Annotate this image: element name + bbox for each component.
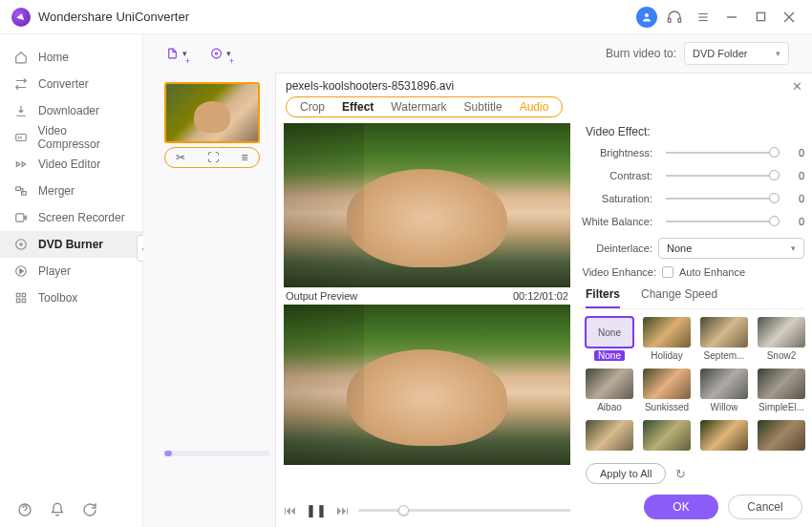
brightness-slider[interactable]: Brightness: 0 [580, 144, 804, 161]
svg-point-14 [16, 240, 27, 250]
user-avatar[interactable] [636, 7, 657, 28]
svg-point-22 [212, 49, 222, 58]
effect-dialog: pexels-koolshooters-8531896.avi ✕ Crop E… [275, 73, 812, 527]
filter-item[interactable] [700, 420, 748, 453]
sidebar-item-merger[interactable]: Merger [0, 178, 142, 204]
preview-label: Output Preview [286, 290, 357, 302]
sidebar-item-player[interactable]: Player [0, 258, 142, 285]
sidebar-label: Player [38, 264, 71, 278]
sidebar-label: Video Editor [38, 158, 100, 171]
more-icon[interactable]: ≡ [241, 151, 247, 164]
tab-audio[interactable]: Audio [520, 100, 549, 114]
sidebar-label: DVD Burner [38, 238, 103, 251]
svg-point-23 [215, 53, 217, 54]
subtab-filters[interactable]: Filters [586, 287, 620, 308]
minimize-button[interactable] [720, 6, 743, 29]
download-icon [13, 103, 29, 118]
sidebar-item-compressor[interactable]: Video Compressor [0, 124, 142, 151]
deinterlace-row: Deinterlace: None▾ [580, 238, 804, 259]
trim-icon[interactable]: ✂ [176, 151, 185, 164]
svg-rect-7 [757, 12, 764, 20]
dialog-footer: OK Cancel [644, 495, 802, 519]
subtab-speed[interactable]: Change Speed [641, 287, 717, 308]
cancel-button[interactable]: Cancel [728, 495, 802, 519]
filter-september[interactable]: Septem... [700, 317, 748, 361]
burn-target-select[interactable]: DVD Folder▾ [684, 42, 789, 65]
merger-icon [13, 183, 29, 199]
filter-willow[interactable]: Willow [700, 369, 748, 412]
reset-icon[interactable]: ↻ [675, 467, 686, 481]
contrast-slider[interactable]: Contrast: 0 [580, 167, 804, 184]
pause-button[interactable]: ❚❚ [306, 503, 327, 517]
sidebar-item-home[interactable]: Home [0, 44, 142, 71]
tab-effect[interactable]: Effect [342, 100, 374, 114]
sidebar-item-toolbox[interactable]: Toolbox [0, 285, 142, 311]
filter-sunkissed[interactable]: Sunkissed [643, 369, 691, 412]
sidebar-label: Home [38, 51, 69, 64]
filter-item[interactable] [643, 420, 691, 453]
tab-watermark[interactable]: Watermark [391, 100, 446, 114]
video-thumbnail [164, 82, 260, 143]
filter-simpleel[interactable]: SimpleEl... [758, 369, 805, 412]
auto-enhance-checkbox[interactable] [662, 266, 673, 278]
add-disc-button[interactable]: +▾ [210, 43, 231, 64]
sidebar-label: Converter [38, 77, 89, 91]
svg-rect-1 [668, 18, 671, 22]
add-file-button[interactable]: +▾ [166, 43, 187, 64]
filter-item[interactable] [586, 420, 633, 453]
sidebar-item-dvd-burner[interactable]: DVD Burner [0, 231, 142, 258]
help-icon[interactable] [17, 502, 32, 517]
sidebar-item-downloader[interactable]: Downloader [0, 97, 142, 124]
deinterlace-select[interactable]: None▾ [658, 238, 804, 259]
effect-panel: Video Effect: Brightness: 0 Contrast: 0 … [580, 117, 804, 479]
tab-subtitle[interactable]: Subtitle [464, 100, 502, 114]
preview-original [284, 123, 570, 287]
effect-section-title: Video Effect: [586, 125, 804, 138]
filter-snow2[interactable]: Snow2 [758, 317, 805, 361]
svg-rect-2 [678, 18, 681, 22]
dialog-close-button[interactable]: ✕ [792, 79, 802, 94]
svg-rect-13 [16, 214, 24, 221]
saturation-slider[interactable]: Saturation: 0 [580, 190, 804, 207]
tab-crop[interactable]: Crop [300, 100, 325, 114]
sidebar-item-converter[interactable]: Converter [0, 71, 142, 97]
home-icon [13, 50, 29, 65]
video-item[interactable]: ✂ ⛶ ≡ [164, 82, 260, 168]
preview-timestamp: 00:12/01:02 [513, 290, 568, 302]
next-button[interactable]: ⏭ [336, 503, 349, 517]
menu-icon[interactable] [692, 6, 715, 29]
filter-none[interactable]: NoneNone [586, 317, 633, 361]
enhance-row: Video Enhance: Auto Enhance [580, 266, 804, 278]
playback-slider[interactable] [358, 509, 570, 512]
toolbox-icon [13, 290, 29, 306]
ok-button[interactable]: OK [644, 495, 718, 519]
filter-item[interactable] [758, 420, 805, 453]
filter-holiday[interactable]: Holiday [643, 317, 691, 361]
sidebar-label: Screen Recorder [38, 211, 125, 224]
auto-enhance-label: Auto Enhance [679, 266, 745, 278]
maximize-button[interactable] [749, 6, 772, 29]
preview-output [284, 305, 570, 465]
playback-controls: ⏮ ❚❚ ⏭ [284, 503, 570, 517]
svg-rect-19 [16, 299, 20, 303]
burn-label: Burn video to: [606, 47, 676, 60]
feedback-icon[interactable] [82, 502, 97, 517]
titlebar: Wondershare UniConverter [0, 0, 812, 34]
sidebar-item-editor[interactable]: Video Editor [0, 151, 142, 178]
filter-aibao[interactable]: Aibao [586, 369, 633, 412]
apply-all-button[interactable]: Apply to All [586, 463, 666, 484]
sub-tabs: Filters Change Speed [580, 287, 804, 309]
player-icon [13, 264, 29, 279]
crop-icon[interactable]: ⛶ [207, 151, 219, 164]
filter-grid: NoneNone Holiday Septem... Snow2 Aibao S… [580, 317, 804, 453]
sidebar-item-recorder[interactable]: Screen Recorder [0, 204, 142, 231]
headset-icon[interactable] [663, 6, 686, 29]
bell-icon[interactable] [50, 502, 65, 517]
disc-usage-bar [164, 451, 269, 456]
sidebar-label: Video Compressor [37, 124, 129, 151]
prev-button[interactable]: ⏮ [284, 503, 296, 517]
close-button[interactable] [778, 6, 801, 29]
sidebar-label: Toolbox [38, 291, 77, 305]
white-balance-slider[interactable]: White Balance: 0 [580, 213, 804, 230]
svg-point-15 [20, 243, 22, 245]
